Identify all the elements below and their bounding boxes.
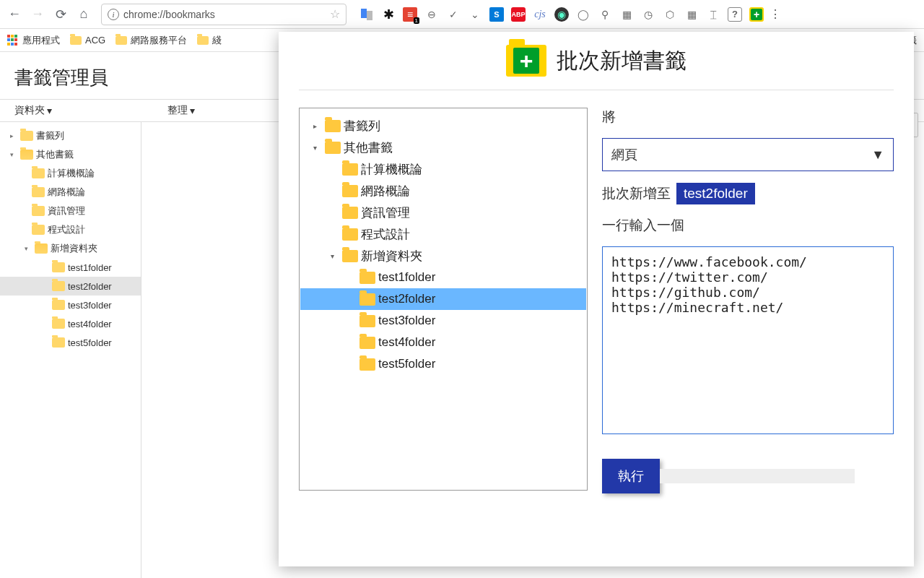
picker-item[interactable]: 資訊管理	[300, 202, 586, 223]
folder-icon	[359, 315, 375, 327]
folder-icon	[32, 187, 45, 197]
popup-title: 批次新增書籤	[557, 46, 687, 76]
picker-item-selected[interactable]: test2folder	[300, 288, 586, 310]
picker-item[interactable]: test1folder	[300, 267, 586, 288]
tree-item[interactable]: 網路概論	[0, 183, 141, 202]
expand-icon[interactable]: ▸	[313, 122, 322, 130]
batch-bookmark-ext-icon[interactable]: +	[749, 7, 764, 22]
folder-icon	[70, 36, 82, 45]
collapse-icon[interactable]: ▾	[25, 245, 32, 252]
todoist-ext-icon[interactable]: ≡1	[403, 7, 417, 22]
apps-shortcut[interactable]: 應用程式	[7, 34, 60, 47]
forward-button[interactable]: →	[27, 4, 48, 25]
tree-item[interactable]: test5folder	[0, 333, 141, 352]
dropdown-icon: ▾	[190, 105, 195, 116]
urls-textarea[interactable]	[602, 246, 894, 434]
picker-item[interactable]: ▾新增資料夾	[300, 245, 586, 267]
tree-item[interactable]: ▾其他書籤	[0, 145, 141, 164]
zoom-ext-icon[interactable]: ⚲	[598, 7, 612, 22]
folder-icon	[325, 120, 341, 132]
tree-item-selected[interactable]: test2folder	[0, 277, 141, 296]
organize-menu[interactable]: 整理▾	[167, 104, 195, 117]
svg-rect-1	[367, 11, 372, 20]
url-text: chrome://bookmarks	[123, 9, 326, 20]
folder-picker: ▸書籤列 ▾其他書籤 計算機概論 網路概論 資訊管理 程式設計 ▾新增資料夾 t…	[299, 108, 588, 491]
browser-menu-icon[interactable]: ⋮	[767, 7, 784, 21]
popup-body: ▸書籤列 ▾其他書籤 計算機概論 網路概論 資訊管理 程式設計 ▾新增資料夾 t…	[299, 90, 894, 493]
page-info-icon[interactable]: i	[108, 9, 119, 20]
target-folder-badge: test2folder	[676, 183, 755, 204]
grid-ext-icon[interactable]: ▦	[684, 7, 699, 22]
picker-item[interactable]: ▾其他書籤	[300, 137, 586, 158]
box-ext-icon[interactable]: ⬡	[663, 7, 677, 22]
tree-item[interactable]: 程式設計	[0, 220, 141, 239]
picker-item[interactable]: 計算機概論	[300, 158, 586, 180]
svg-rect-0	[361, 9, 367, 18]
picker-item[interactable]: test3folder	[300, 310, 586, 332]
picker-item[interactable]: test5folder	[300, 353, 586, 375]
picker-item[interactable]: test4folder	[300, 332, 586, 353]
folder-icon	[52, 300, 65, 310]
select-value: 網頁	[611, 146, 637, 163]
pocket-ext-icon[interactable]: ⌄	[468, 7, 482, 22]
edit-ext-icon[interactable]: ⌶	[706, 7, 720, 22]
folder-icon	[32, 168, 45, 178]
picker-item[interactable]: ▸書籤列	[300, 115, 586, 137]
tree-item[interactable]: test3folder	[0, 296, 141, 314]
robot-ext-icon[interactable]: ◉	[554, 7, 569, 22]
bookmark-folder-acg[interactable]: ACG	[70, 35, 105, 46]
home-button[interactable]: ⌂	[74, 4, 94, 25]
collapse-icon[interactable]: ▾	[10, 151, 17, 158]
folder-icon	[52, 337, 65, 348]
help-ext-icon[interactable]: ?	[728, 7, 742, 22]
type-label: 將	[602, 108, 894, 126]
picker-item[interactable]: 網路概論	[300, 180, 586, 202]
folder-icon	[197, 36, 209, 45]
timer-ext-icon[interactable]: ◷	[641, 7, 655, 22]
tree-item[interactable]: test1folder	[0, 258, 141, 277]
adblock-ext-icon[interactable]: ABP	[511, 7, 526, 22]
cjs-ext-icon[interactable]: cjs	[533, 7, 547, 22]
picker-ext-icon[interactable]: ▦	[619, 7, 634, 22]
bookmark-folder-more[interactable]: 綫	[197, 34, 222, 47]
converter-ext-icon[interactable]: ⊖	[424, 7, 439, 22]
folder-open-icon	[20, 150, 33, 160]
picker-item[interactable]: 程式設計	[300, 223, 586, 245]
globe-ext-icon[interactable]: ◯	[576, 7, 590, 22]
folder-icon	[359, 272, 375, 284]
folder-open-icon	[35, 243, 48, 254]
collapse-icon[interactable]: ▾	[313, 144, 322, 152]
tree-item[interactable]: 計算機概論	[0, 164, 141, 183]
tree-item[interactable]: test4folder	[0, 314, 141, 333]
execute-button[interactable]: 執行	[602, 459, 660, 493]
tree-item[interactable]: ▸書籤列	[0, 126, 141, 145]
tree-item[interactable]: ▾新增資料夾	[0, 239, 141, 258]
bookmark-folder-web[interactable]: 網路服務平台	[116, 34, 187, 47]
reload-button[interactable]: ⟳	[51, 4, 71, 25]
speed-ext-icon[interactable]: S	[489, 7, 504, 22]
apps-label: 應用程式	[22, 34, 60, 47]
popup-app-icon: +	[506, 45, 546, 77]
check-ext-icon[interactable]: ✓	[446, 7, 461, 22]
address-bar[interactable]: i chrome://bookmarks ☆	[101, 4, 346, 25]
execute-row: 執行	[602, 459, 894, 493]
folder-icon	[359, 337, 375, 349]
bookmark-star-icon[interactable]: ☆	[330, 7, 340, 21]
translate-ext-icon[interactable]	[359, 7, 374, 22]
target-row: 批次新增至 test2folder	[602, 183, 894, 204]
dropdown-icon: ▾	[47, 105, 52, 116]
folder-tree: ▸書籤列 ▾其他書籤 計算機概論 網路概論 資訊管理 程式設計 ▾新增資料夾 t…	[0, 122, 141, 578]
evernote-ext-icon[interactable]: ✱	[381, 7, 396, 22]
folder-picker-tree[interactable]: ▸書籤列 ▾其他書籤 計算機概論 網路概論 資訊管理 程式設計 ▾新增資料夾 t…	[300, 109, 586, 489]
expand-icon[interactable]: ▸	[10, 132, 17, 139]
tree-item[interactable]: 資訊管理	[0, 202, 141, 220]
folder-icon	[342, 228, 358, 241]
folder-icon	[32, 225, 45, 235]
type-select[interactable]: 網頁 ▼	[602, 138, 894, 171]
dropdown-icon: ▼	[871, 147, 884, 163]
folder-icon	[325, 142, 341, 154]
back-button[interactable]: ←	[4, 4, 25, 25]
folder-icon	[32, 206, 45, 216]
folders-menu[interactable]: 資料夾▾	[14, 104, 52, 117]
collapse-icon[interactable]: ▾	[331, 252, 339, 260]
